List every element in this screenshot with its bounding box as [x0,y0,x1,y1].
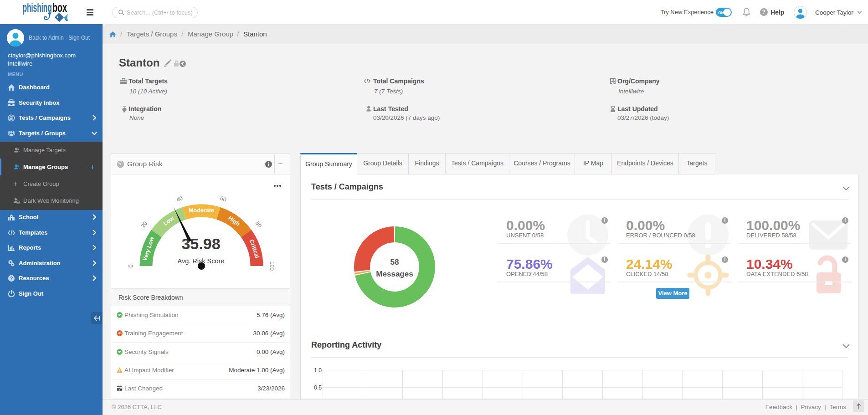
svg-text:box: box [52,1,67,15]
svg-text:60: 60 [219,195,227,203]
svg-text:0: 0 [128,264,134,267]
svg-text:Moderate: Moderate [189,207,214,214]
svg-text:phishing: phishing [23,1,52,15]
svg-text:40: 40 [176,195,184,203]
svg-text:20: 20 [140,220,149,229]
svg-text:80: 80 [254,220,263,229]
svg-text:?: ? [10,276,13,281]
